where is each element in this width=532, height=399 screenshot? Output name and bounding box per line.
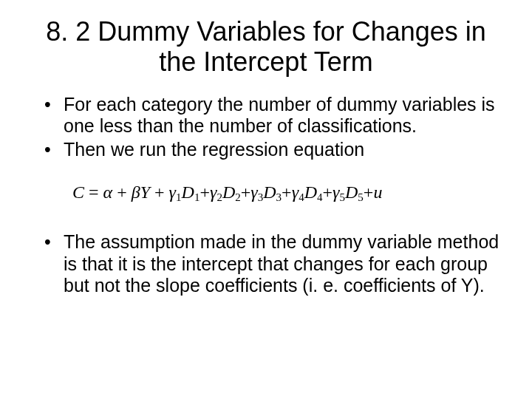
eq-plus: + — [241, 183, 251, 202]
eq-D: D — [345, 183, 358, 202]
eq-plus: + — [150, 183, 169, 202]
eq-Y: Y — [140, 183, 150, 202]
eq-sub: 3 — [276, 191, 282, 203]
eq-D: D — [222, 183, 235, 202]
eq-gamma: γ — [210, 183, 216, 202]
eq-plus: + — [112, 183, 132, 202]
eq-plus: + — [282, 183, 292, 202]
eq-sub: 2 — [216, 191, 222, 203]
bullets-bottom: The assumption made in the dummy variabl… — [30, 231, 502, 297]
eq-D: D — [304, 183, 317, 202]
eq-plus: + — [322, 183, 332, 202]
bullet-item: The assumption made in the dummy variabl… — [44, 231, 502, 297]
eq-sub: 1 — [176, 191, 182, 203]
eq-sub: 2 — [235, 191, 241, 203]
eq-gamma: γ — [292, 183, 299, 202]
eq-eq: = — [84, 183, 103, 202]
eq-sub: 4 — [299, 191, 304, 203]
eq-plus: + — [200, 183, 210, 202]
eq-gamma: γ — [250, 183, 257, 202]
eq-alpha: α — [103, 183, 113, 202]
eq-u: u — [373, 183, 382, 202]
slide: 8. 2 Dummy Variables for Changes in the … — [0, 0, 532, 399]
bullet-item: Then we run the regression equation — [44, 139, 502, 161]
regression-equation: C = α + βY + γ1D1+γ2D2+γ3D3+γ4D4+γ5D5+u — [72, 183, 502, 206]
bullet-item: For each category the number of dummy va… — [44, 94, 502, 137]
eq-sub: 5 — [358, 191, 364, 203]
eq-sub: 5 — [339, 191, 345, 203]
eq-gamma: γ — [169, 183, 176, 202]
eq-lhs: C — [72, 183, 84, 202]
eq-D: D — [182, 183, 194, 202]
bullets-top: For each category the number of dummy va… — [30, 94, 502, 161]
slide-title: 8. 2 Dummy Variables for Changes in the … — [30, 16, 502, 78]
eq-beta: β — [132, 183, 140, 202]
eq-plus: + — [364, 183, 374, 202]
eq-D: D — [263, 183, 276, 202]
